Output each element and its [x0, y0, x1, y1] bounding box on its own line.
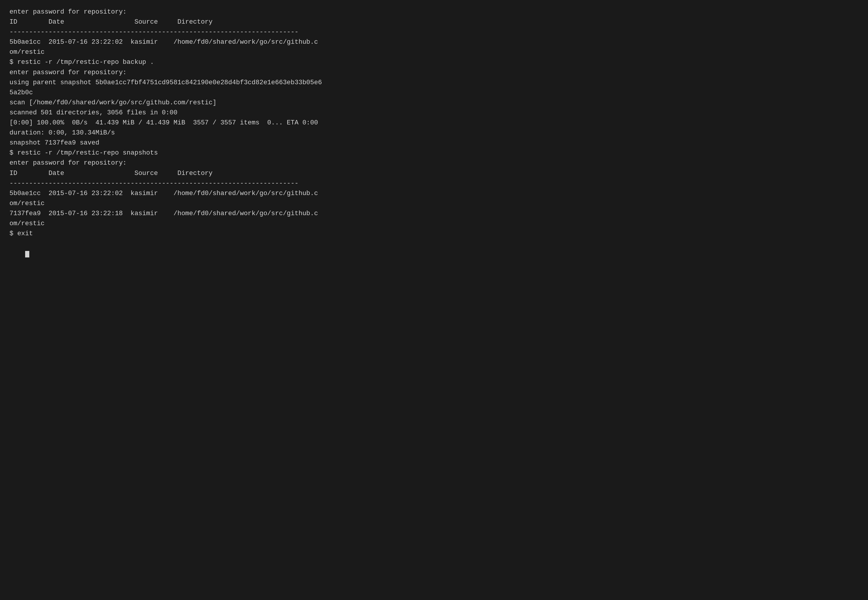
table-header-2: ID Date Source Directory: [9, 168, 424, 179]
command-snapshots: $ restic -r /tmp/restic-repo snapshots: [9, 148, 424, 158]
table-header-1: ID Date Source Directory: [9, 17, 424, 27]
table-separator-2: ----------------------------------------…: [9, 179, 424, 189]
table-separator-1: ----------------------------------------…: [9, 27, 424, 37]
snapshot-row-2b-line1: 7137fea9 2015-07-16 23:22:18 kasimir /ho…: [9, 209, 424, 219]
scanned-line: scanned 501 directories, 3056 files in 0…: [9, 108, 424, 118]
snapshot-row-2a-line1: 5b0ae1cc 2015-07-16 23:22:02 kasimir /ho…: [9, 189, 424, 198]
snapshot-row-2b-line2: om/restic: [9, 219, 424, 229]
parent-snapshot-line1: using parent snapshot 5b0ae1cc7fbf4751cd…: [9, 78, 424, 88]
progress-line: [0:00] 100.00% 0B/s 41.439 MiB / 41.439 …: [9, 118, 424, 128]
password-prompt-2: enter password for repository:: [9, 68, 424, 78]
snapshot-row-1-line2: om/restic: [9, 47, 424, 58]
terminal-window: enter password for repository: ID Date S…: [9, 7, 424, 269]
parent-snapshot-line2: 5a2b0c: [9, 88, 424, 98]
command-exit: $ exit: [9, 229, 424, 239]
command-backup: $ restic -r /tmp/restic-repo backup .: [9, 58, 424, 67]
snapshot-row-1-line1: 5b0ae1cc 2015-07-16 23:22:02 kasimir /ho…: [9, 37, 424, 47]
snapshot-saved-line: snapshot 7137fea9 saved: [9, 138, 424, 148]
terminal-cursor: [25, 251, 29, 258]
snapshot-row-2a-line2: om/restic: [9, 198, 424, 209]
password-prompt-3: enter password for repository:: [9, 158, 424, 168]
duration-line: duration: 0:00, 130.34MiB/s: [9, 128, 424, 138]
password-prompt-1: enter password for repository:: [9, 7, 424, 17]
cursor-line: [9, 239, 424, 269]
scan-line: scan [/home/fd0/shared/work/go/src/githu…: [9, 98, 424, 108]
